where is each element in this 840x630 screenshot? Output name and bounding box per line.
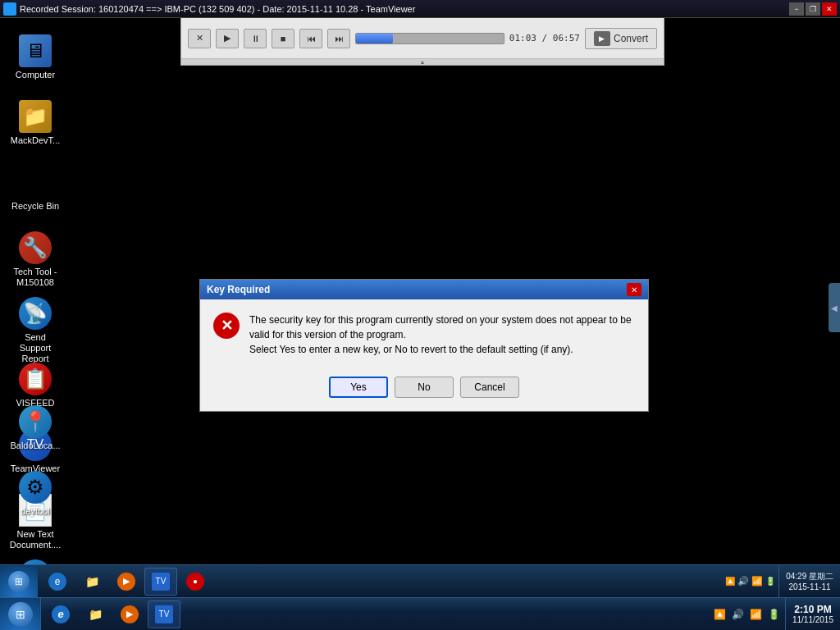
taskbar-wmp[interactable]: ▶ bbox=[113, 600, 146, 628]
taskbar-folder[interactable]: 📁 bbox=[79, 600, 112, 628]
tray-battery[interactable]: 🔋 bbox=[767, 607, 782, 622]
taskbar-ie-icon: e bbox=[52, 605, 70, 623]
taskbar-folder-icon: 📁 bbox=[86, 605, 104, 623]
taskbar-tv[interactable]: TV bbox=[148, 600, 180, 628]
clock-time: 2:10 PM bbox=[794, 604, 831, 615]
tray-arrow[interactable]: 🔼 bbox=[713, 607, 728, 622]
dialog-title: Key Required bbox=[207, 284, 270, 295]
taskbar-ie[interactable]: e bbox=[44, 600, 77, 628]
start-orb: ⊞ bbox=[8, 602, 33, 627]
taskbar-tray: 🔼 🔊 📶 🔋 bbox=[710, 598, 785, 630]
dialog-buttons: Yes No Cancel bbox=[200, 370, 648, 411]
dialog-yes-button[interactable]: Yes bbox=[329, 377, 388, 398]
dialog-cancel-button[interactable]: Cancel bbox=[460, 377, 519, 398]
teamviewer-icon bbox=[3, 2, 16, 16]
window-title: Recorded Session: 160120474 ==> IBM-PC (… bbox=[20, 4, 415, 14]
dialog-titlebar: Key Required ✕ bbox=[200, 280, 648, 299]
tray-sound[interactable]: 🔊 bbox=[731, 607, 746, 622]
title-text: Recorded Session: 160120474 ==> IBM-PC (… bbox=[3, 2, 415, 16]
desktop: 🖥 Computer 📁 MackDevT... 🗑 Recycle Bin 🔧… bbox=[0, 18, 840, 597]
taskbar-tv-icon: TV bbox=[155, 605, 173, 623]
clock[interactable]: 2:10 PM 11/11/2015 bbox=[785, 598, 840, 630]
title-bar: Recorded Session: 160120474 ==> IBM-PC (… bbox=[0, 0, 840, 18]
dialog-no-button[interactable]: No bbox=[395, 377, 454, 398]
outer-taskbar: ⊞ e 📁 ▶ TV 🔼 🔊 📶 🔋 2:10 PM 11/11/2015 bbox=[0, 597, 840, 630]
clock-date: 11/11/2015 bbox=[792, 615, 833, 624]
minimize-button[interactable]: − bbox=[789, 2, 804, 16]
close-button[interactable]: ✕ bbox=[822, 2, 837, 16]
key-required-dialog: Key Required ✕ ✕ The security key for th… bbox=[199, 279, 649, 412]
dialog-message: The security key for this program curren… bbox=[249, 313, 635, 357]
dialog-body: ✕ The security key for this program curr… bbox=[200, 299, 648, 370]
tray-network[interactable]: 📶 bbox=[749, 607, 764, 622]
dialog-overlay: Key Required ✕ ✕ The security key for th… bbox=[0, 18, 840, 597]
taskbar-items: e 📁 ▶ TV bbox=[41, 598, 710, 630]
restore-button[interactable]: ❐ bbox=[806, 2, 820, 16]
dialog-error-icon: ✕ bbox=[213, 313, 240, 339]
taskbar-wmp-icon: ▶ bbox=[121, 605, 139, 623]
window-controls: − ❐ ✕ bbox=[789, 2, 837, 16]
start-button[interactable]: ⊞ bbox=[0, 598, 41, 631]
dialog-close-button[interactable]: ✕ bbox=[627, 283, 641, 296]
